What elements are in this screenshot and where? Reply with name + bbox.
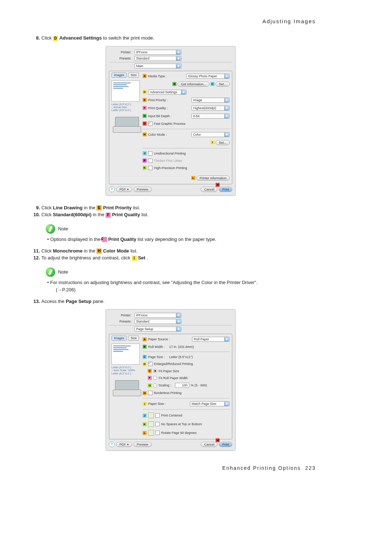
dialog-page-setup-wrap: Printer: iPFxxxx Presets: Standard Page … (25, 309, 316, 451)
printer-select[interactable]: iPFxxxx (134, 50, 181, 55)
presets-select[interactable]: Standard (134, 319, 181, 324)
print-quality-select[interactable]: Highest(600dpi) (191, 106, 230, 111)
note-1: Note • Options displayed in the F Print … (46, 224, 316, 243)
text: Click (41, 205, 53, 210)
dropdown-arrows-icon (181, 90, 186, 94)
marker-g: G (148, 383, 152, 387)
label: Presets: (109, 320, 133, 323)
text: list. (142, 212, 149, 217)
set-button-color[interactable]: Set... (216, 140, 230, 145)
marker-f: F (106, 213, 111, 218)
dropdown-arrows-icon (176, 56, 181, 61)
marker-j: J (143, 414, 147, 418)
preview-thumb (111, 344, 140, 365)
print-dialog-main: Printer: iPFxxxx Presets: Standard Main … (106, 46, 236, 196)
bold: Print Quality (108, 237, 136, 242)
media-type-select[interactable]: Glossy Photo Paper (186, 74, 230, 79)
cancel-button[interactable]: Cancel (201, 187, 217, 192)
bold: Print Quality (112, 212, 140, 217)
text: to switch the print mode. (103, 35, 154, 41)
label: Print Quality : (148, 106, 168, 110)
help-button[interactable]: ? (109, 186, 115, 192)
rotate-checkbox[interactable] (155, 431, 160, 435)
tab-size[interactable]: Size (128, 73, 139, 78)
step-12: 12. To adjust the brightness and contras… (30, 255, 316, 261)
preview-button[interactable]: Preview (134, 187, 152, 192)
high-precision-checkbox[interactable] (148, 166, 152, 170)
marker-f: F (148, 376, 152, 380)
dropdown-arrows-icon (224, 114, 229, 118)
label: Printer: (109, 313, 133, 317)
pdf-button[interactable]: PDF ▾ (116, 187, 132, 192)
presets-select[interactable]: Standard (134, 56, 181, 61)
dropdown-arrows-icon (224, 132, 229, 137)
text: • Options displayed in the (47, 237, 102, 242)
value: 17 in. (431.8mm) (169, 345, 194, 349)
pdf-button[interactable]: PDF ▾ (116, 442, 132, 447)
main-panel: Images Size Letter (8.5"x11") ↓ Actual S… (109, 71, 232, 184)
no-spaces-checkbox[interactable] (155, 422, 160, 426)
text: in the (84, 248, 97, 254)
pane-select[interactable]: Main (134, 63, 181, 69)
fit-paper-size-radio[interactable] (153, 369, 157, 373)
marker-m: M (216, 438, 220, 442)
label: Fast Graphic Process (154, 122, 185, 126)
preview-caption: Letter (8.5"x11") ↓ Actual Size Letter (… (111, 103, 140, 112)
marker-b: B (172, 82, 176, 86)
help-button[interactable]: ? (109, 442, 115, 447)
note-title: Note (58, 269, 68, 275)
text: Access the (41, 299, 66, 304)
printer-select[interactable]: iPFxxxx (134, 313, 181, 318)
tab-size[interactable]: Size (128, 336, 139, 341)
print-button[interactable]: Print (219, 187, 232, 192)
step-number: 12. (30, 255, 41, 260)
borderless-checkbox[interactable] (148, 391, 152, 395)
marker-a: A (143, 337, 147, 341)
label: No Spaces at Top or Bottom (161, 422, 202, 426)
note-icon (46, 224, 55, 234)
dialog-main-wrap: Printer: iPFxxxx Presets: Standard Main … (25, 46, 316, 196)
marker-d: D (143, 362, 147, 366)
text: pane. (93, 299, 105, 304)
dropdown-arrows-icon (224, 337, 229, 341)
marker-d: D (143, 90, 147, 94)
text: list. (133, 205, 140, 210)
marker-i: I (132, 256, 137, 261)
marker-k: K (143, 422, 147, 426)
cancel-button[interactable]: Cancel (201, 442, 217, 447)
bold: Color Mode (103, 248, 129, 254)
advanced-settings-select[interactable]: Advanced Settings (148, 90, 187, 95)
pane-select[interactable]: Page Setup (134, 327, 181, 332)
bold: Set (138, 255, 145, 260)
step-number: 11. (30, 248, 41, 254)
thicken-checkbox[interactable] (148, 159, 152, 163)
color-mode-select[interactable]: Color (191, 132, 230, 137)
get-information-button[interactable]: Get Information... (177, 82, 209, 87)
preview-column: Images Size Letter (8.5"x11") ↓ Auto Sca… (111, 336, 140, 437)
bold: Line Drawing (53, 205, 83, 210)
tab-images[interactable]: Images (111, 336, 127, 341)
set-button-media[interactable]: Set... (216, 82, 230, 87)
text: Click (41, 248, 53, 254)
marker-i: I (143, 402, 147, 406)
fit-roll-width-radio[interactable] (153, 376, 157, 380)
preview-button[interactable]: Preview (134, 442, 152, 447)
step-number: 8. (30, 35, 41, 41)
paper-source-select[interactable]: Roll Paper (192, 337, 230, 342)
unidirectional-checkbox[interactable] (148, 151, 152, 156)
fast-graphic-checkbox[interactable] (148, 122, 152, 126)
label: Paper Source : (148, 337, 170, 341)
tab-images[interactable]: Images (111, 73, 127, 78)
enlarged-reduced-checkbox[interactable] (148, 362, 152, 366)
paper-size-select[interactable]: Match Page Size (190, 401, 230, 406)
marker-c: C (211, 82, 215, 86)
label: Page Size : (148, 355, 165, 359)
step-8: 8. Click D Advanced Settings to switch t… (30, 35, 316, 41)
printer-info-button[interactable]: Printer Information (196, 176, 230, 181)
input-bit-depth-select[interactable]: 8-bit (191, 114, 230, 119)
print-priority-select[interactable]: Image (191, 98, 230, 103)
scaling-input[interactable]: 100 (175, 383, 189, 388)
scaling-radio[interactable] (153, 383, 157, 387)
print-button[interactable]: Print (219, 442, 232, 447)
print-centered-checkbox[interactable] (155, 413, 160, 418)
